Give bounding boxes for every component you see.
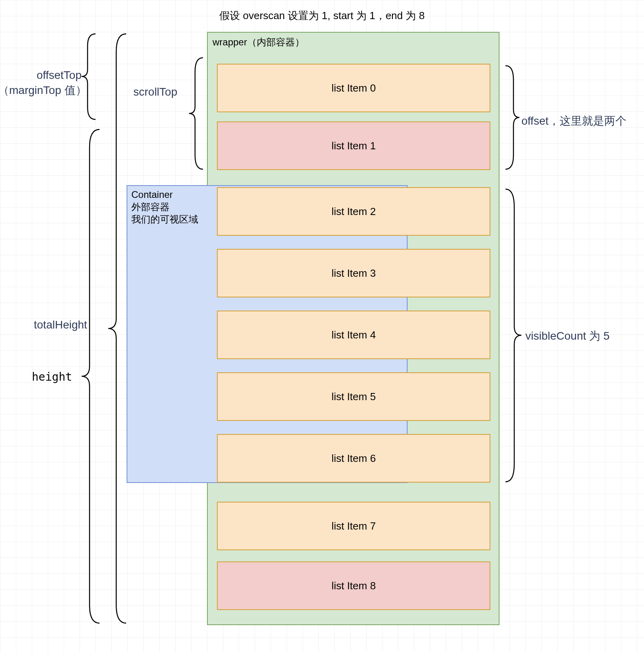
brace-height-icon — [80, 127, 103, 625]
label-offset: offset，这里就是两个 — [521, 113, 626, 129]
list-item: list Item 5 — [217, 372, 490, 421]
brace-visiblecount-icon — [502, 187, 523, 484]
list-item: list Item 3 — [217, 249, 490, 297]
diagram-title: 假设 overscan 设置为 1, start 为 1，end 为 8 — [0, 9, 644, 23]
diagram-canvas: 假设 overscan 设置为 1, start 为 1，end 为 8 wra… — [0, 0, 644, 653]
list-item: list Item 0 — [217, 64, 490, 112]
label-height: height — [32, 370, 72, 383]
list-item: list Item 4 — [217, 311, 490, 359]
list-item: list Item 2 — [217, 187, 490, 236]
wrapper-label: wrapper（内部容器） — [213, 36, 494, 49]
list-item: list Item 7 — [217, 502, 490, 550]
brace-offset-icon — [502, 64, 521, 171]
list-item: list Item 8 — [217, 561, 490, 610]
label-scrolltop: scrollTop — [133, 86, 177, 98]
brace-scrolltop-icon — [187, 56, 207, 171]
brace-offsettop-icon — [80, 32, 100, 121]
label-offsettop: offsetTop（marginTop 值） — [0, 68, 82, 98]
label-totalheight: totalHeight — [34, 319, 87, 331]
list-item: list Item 6 — [217, 434, 490, 483]
list-item: list Item 1 — [217, 121, 490, 170]
label-visiblecount: visibleCount 为 5 — [525, 328, 610, 344]
